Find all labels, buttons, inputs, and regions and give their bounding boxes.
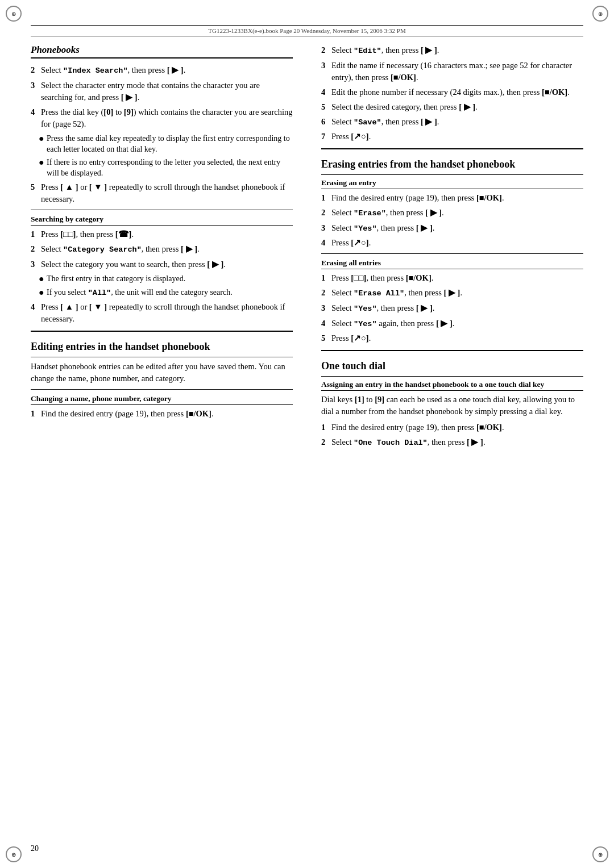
- step-2-text: Select "Index Search", then press [ ▶ ].: [41, 64, 293, 77]
- cat-step-num-3: 3: [31, 258, 41, 270]
- main-content: Phonebooks 2 Select "Index Search", then…: [31, 44, 583, 834]
- erase-step-2-text: Select "Erase", then press [ ▶ ].: [331, 207, 583, 219]
- step-3: 3 Select the character entry mode that c…: [31, 80, 293, 103]
- separator-erasing: [321, 148, 583, 149]
- header-bar: TG1223-1233BX(e-e).book Page 20 Wednesda…: [31, 25, 583, 36]
- step-4-text: Press the dial key ([0] to [9]) which co…: [41, 106, 293, 130]
- section-title: Phonebooks: [31, 44, 293, 59]
- erase-all-num-1: 1: [321, 272, 331, 284]
- erase-step-1-text: Find the desired entry (page 19), then p…: [331, 192, 583, 204]
- edit-step-num-3: 3: [321, 60, 331, 84]
- cat-step-4: 4 Press [ ▲ ] or [ ▼ ] repeatedly to scr…: [31, 301, 293, 325]
- header-text: TG1223-1233BX(e-e).book Page 20 Wednesda…: [208, 27, 405, 34]
- erase-all-step-1-text: Press [□□], then press [■/OK].: [331, 272, 583, 284]
- erase-all-num-3: 3: [321, 302, 331, 315]
- edit-step-7: 7 Press [↗○].: [321, 131, 583, 143]
- edit-step-num-2: 2: [321, 44, 331, 57]
- page-number: 20: [31, 844, 39, 853]
- onetouchdial-step-1-text: Find the desired entry (page 19), then p…: [331, 422, 583, 433]
- erase-all-step-3: 3 Select "Yes", then press [ ▶ ].: [321, 302, 583, 315]
- erase-all-num-2: 2: [321, 287, 331, 299]
- cat-step-4-text: Press [ ▲ ] or [ ▼ ] repeatedly to scrol…: [41, 301, 293, 325]
- corner-mark-tr: ⊕: [592, 6, 608, 22]
- assigning-intro: Dial keys [1] to [9] can each be used as…: [321, 394, 583, 418]
- erase-step-3: 3 Select "Yes", then press [ ▶ ].: [321, 222, 583, 235]
- divider-erase-all: [321, 253, 583, 254]
- divider-erasing-below: [321, 174, 583, 175]
- step-4-bullet-1: ● Press the same dial key repeatedly to …: [39, 133, 293, 155]
- divider-onetouchdial: [321, 376, 583, 377]
- edit-step-6: 6 Select "Save", then press [ ▶ ].: [321, 116, 583, 128]
- erase-all-step-4-text: Select "Yes" again, then press [ ▶ ].: [331, 318, 583, 330]
- divider-editing-below: [31, 357, 293, 357]
- step-num-5: 5: [31, 181, 41, 205]
- searching-by-category-title: Searching by category: [31, 215, 293, 226]
- editing-title-text: Editing entries in the handset phonebook: [31, 341, 210, 352]
- edit-step-6-text: Select "Save", then press [ ▶ ].: [331, 116, 583, 128]
- step-4-bullet-2: ● If there is no entry corresponding to …: [39, 157, 293, 179]
- cat-step-3-text: Select the category you want to search, …: [41, 258, 293, 270]
- cat-step-2-text: Select "Category Search", then press [ ▶…: [41, 243, 293, 256]
- erase-all-num-5: 5: [321, 332, 331, 344]
- cat-step-1: 1 Press [□□], then press [☎].: [31, 228, 293, 240]
- cat-step-num-1: 1: [31, 228, 41, 240]
- edit-step-3: 3 Edit the name if necessary (16 charact…: [321, 60, 583, 84]
- erase-step-num-2: 2: [321, 207, 331, 219]
- separator-onetouchdial: [321, 350, 583, 351]
- cat-step-num-4: 4: [31, 301, 41, 325]
- one-touch-dial-label: One touch dial: [321, 360, 385, 372]
- edit-step-5-text: Select the desired category, then press …: [331, 101, 583, 113]
- erase-step-4-text: Press [↗○].: [331, 237, 583, 249]
- editing-intro: Handset phonebook entries can be edited …: [31, 361, 293, 385]
- erasing-entry-title: Erasing an entry: [321, 178, 583, 189]
- cat-bullet-1-text: The first entry in that category is disp…: [47, 273, 293, 285]
- cat-bullet-1: ● The first entry in that category is di…: [39, 273, 293, 285]
- step-4-bullet-2-text: If there is no entry corresponding to th…: [47, 157, 293, 179]
- cat-step-1-text: Press [□□], then press [☎].: [41, 228, 293, 240]
- erase-all-step-1: 1 Press [□□], then press [■/OK].: [321, 272, 583, 284]
- edit-step-4-text: Edit the phone number if necessary (24 d…: [331, 86, 583, 98]
- assigning-title: Assigning an entry in the handset phoneb…: [321, 380, 583, 391]
- onetouchdial-num-1: 1: [321, 422, 331, 433]
- step-4-bullet-1-text: Press the same dial key repeatedly to di…: [47, 133, 293, 155]
- onetouchdial-step-2: 2 Select "One Touch Dial", then press [ …: [321, 436, 583, 449]
- edit-step-2-text: Select "Edit", then press [ ▶ ].: [331, 44, 583, 57]
- divider-2: [31, 389, 293, 390]
- step-2-index-search: 2 Select "Index Search", then press [ ▶ …: [31, 64, 293, 77]
- erase-step-4: 4 Press [↗○].: [321, 237, 583, 249]
- bullet-icon-2: ●: [39, 156, 47, 179]
- step-3-text: Select the character entry mode that con…: [41, 80, 293, 103]
- cat-step-3: 3 Select the category you want to search…: [31, 258, 293, 270]
- edit-step-num-6: 6: [321, 116, 331, 128]
- cat-step-2: 2 Select "Category Search", then press […: [31, 243, 293, 256]
- edit-step-num-4: 4: [321, 86, 331, 98]
- erase-all-step-2: 2 Select "Erase All", then press [ ▶ ].: [321, 287, 583, 299]
- cat-step-num-2: 2: [31, 243, 41, 256]
- corner-mark-br: ⊕: [592, 846, 608, 862]
- erase-step-num-1: 1: [321, 192, 331, 204]
- erase-step-num-4: 4: [321, 237, 331, 249]
- change-step-num-1: 1: [31, 408, 41, 420]
- erase-step-3-text: Select "Yes", then press [ ▶ ].: [331, 222, 583, 235]
- erasing-all-title: Erasing all entries: [321, 258, 583, 269]
- edit-step-2: 2 Select "Edit", then press [ ▶ ].: [321, 44, 583, 57]
- edit-step-7-text: Press [↗○].: [331, 131, 583, 143]
- erase-all-step-5: 5 Press [↗○].: [321, 332, 583, 344]
- bullet-icon-1: ●: [39, 132, 47, 155]
- step-4: 4 Press the dial key ([0] to [9]) which …: [31, 106, 293, 130]
- changing-name-title: Changing a name, phone number, category: [31, 394, 293, 405]
- bullet-icon-3: ●: [39, 273, 47, 285]
- left-column: Phonebooks 2 Select "Index Search", then…: [31, 44, 298, 834]
- bullet-icon-4: ●: [39, 286, 47, 299]
- erase-all-step-3-text: Select "Yes", then press [ ▶ ].: [331, 302, 583, 315]
- onetouchdial-step-1: 1 Find the desired entry (page 19), then…: [321, 422, 583, 433]
- divider-1: [31, 210, 293, 210]
- onetouchdial-step-2-text: Select "One Touch Dial", then press [ ▶ …: [331, 436, 583, 449]
- corner-mark-tl: ⊕: [6, 6, 22, 22]
- step-5-text: Press [ ▲ ] or [ ▼ ] repeatedly to scrol…: [41, 181, 293, 205]
- edit-step-5: 5 Select the desired category, then pres…: [321, 101, 583, 113]
- cat-bullet-2: ● If you select "All", the unit will end…: [39, 287, 293, 299]
- erase-all-step-5-text: Press [↗○].: [331, 332, 583, 344]
- step-num-3: 3: [31, 80, 41, 103]
- edit-step-4: 4 Edit the phone number if necessary (24…: [321, 86, 583, 98]
